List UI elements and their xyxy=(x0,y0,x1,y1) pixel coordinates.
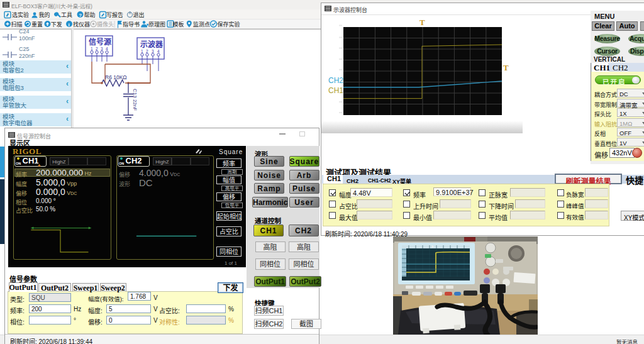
svg-text:2: 2 xyxy=(96,47,98,51)
svg-text:扫描: 扫描 xyxy=(11,21,23,28)
svg-text:1: 1 xyxy=(91,47,93,51)
svg-text:3: 3 xyxy=(152,49,154,53)
svg-text:T: T xyxy=(419,19,425,27)
svg-text:?: ? xyxy=(79,13,82,18)
svg-text:模板: 模板 xyxy=(173,21,184,28)
svg-text:帮助: 帮助 xyxy=(84,11,96,18)
svg-text:3: 3 xyxy=(101,47,103,51)
svg-text:C13 22nF: C13 22nF xyxy=(132,89,138,111)
svg-text:示波器: 示波器 xyxy=(140,40,164,49)
svg-text:原理图: 原理图 xyxy=(148,21,165,28)
svg-text:工具: 工具 xyxy=(61,12,72,18)
svg-text:R6 10KΩ: R6 10KΩ xyxy=(105,74,127,80)
svg-text:CH2: CH2 xyxy=(328,76,343,85)
svg-text:下发: 下发 xyxy=(51,21,62,28)
svg-text:信号源: 信号源 xyxy=(89,37,111,47)
svg-text:找仪器: 找仪器 xyxy=(73,21,90,28)
svg-text:我的: 我的 xyxy=(39,11,50,18)
svg-text:摄像头: 摄像头 xyxy=(97,21,114,28)
svg-text:4: 4 xyxy=(157,49,160,53)
svg-text:4: 4 xyxy=(106,47,108,51)
svg-text:2: 2 xyxy=(146,49,148,53)
svg-text:重置: 重置 xyxy=(31,21,43,28)
svg-text:1: 1 xyxy=(141,49,143,53)
svg-text:保存实验: 保存实验 xyxy=(217,21,240,28)
svg-text:退出: 退出 xyxy=(133,11,145,18)
svg-text:指导书: 指导书 xyxy=(123,21,140,28)
svg-text:i: i xyxy=(69,22,70,28)
svg-text:CH1: CH1 xyxy=(328,86,343,95)
svg-text:选实验: 选实验 xyxy=(12,11,29,18)
svg-text:T: T xyxy=(503,63,509,72)
svg-text:监测点: 监测点 xyxy=(193,21,210,28)
svg-text:写报告: 写报告 xyxy=(106,11,123,18)
